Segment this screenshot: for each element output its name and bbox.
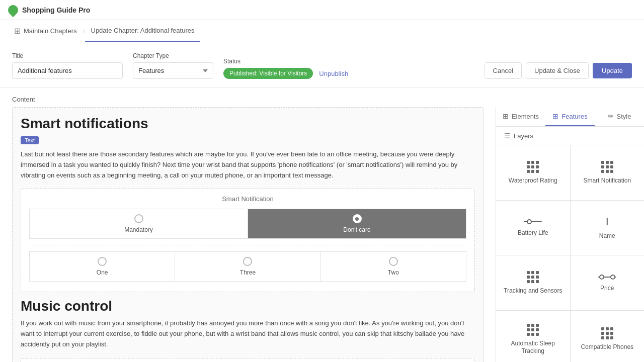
- widget-title-smart: Smart Notification: [29, 195, 466, 203]
- app-logo: [6, 3, 20, 17]
- section-heading-smart: Smart notifications: [21, 116, 475, 132]
- waterproof-icon: [527, 161, 539, 173]
- radio-row-2: One Three Two: [29, 251, 466, 282]
- app-title: Shopping Guide Pro: [22, 6, 90, 14]
- chapter-type-group: Chapter Type Features: [133, 52, 213, 79]
- tab-features[interactable]: ⊞ Features: [545, 107, 595, 126]
- section-body-music: If you work out with music from your sma…: [21, 318, 475, 349]
- tab-style-label: Style: [617, 113, 631, 120]
- smart-notification-label: Smart Notification: [583, 177, 631, 185]
- title-group: Title: [12, 52, 123, 79]
- tracking-icon: [527, 271, 539, 283]
- name-cursor-icon: I: [606, 215, 609, 228]
- radio-circle-one: [98, 257, 107, 266]
- top-bar: Shopping Guide Pro: [0, 0, 644, 20]
- radio-dont-care[interactable]: Don't care: [248, 209, 466, 239]
- sleep-icon: [527, 324, 539, 336]
- sleep-label: Automatic Sleep Tracking: [500, 340, 566, 355]
- form-actions: Cancel Update & Close Update: [485, 62, 632, 79]
- chapter-type-select[interactable]: Features: [133, 62, 213, 79]
- section-heading-music: Music control: [21, 298, 475, 314]
- feature-battery-life[interactable]: Battery Life: [496, 201, 570, 255]
- music-control-widget: Music Control: [21, 358, 475, 362]
- grid-icon: ⊞: [14, 26, 21, 36]
- tab-elements-label: Elements: [512, 113, 539, 120]
- feature-waterproof-rating[interactable]: Waterproof Rating: [496, 145, 570, 200]
- breadcrumb-label: Maintain Chapters: [24, 27, 77, 35]
- radio-two[interactable]: Two: [320, 251, 466, 282]
- style-tab-icon: ✏: [608, 112, 614, 120]
- unpublish-link[interactable]: Unpublish: [319, 70, 348, 77]
- battery-icon: [524, 218, 542, 225]
- elements-tab-icon: ⊞: [503, 112, 509, 120]
- name-label: Name: [599, 232, 615, 240]
- smart-notification-icon: [601, 161, 613, 173]
- text-tag: Text: [21, 136, 39, 144]
- radio-circle-dont-care: [353, 214, 362, 223]
- feature-tracking-sensors[interactable]: Tracking and Sensors: [496, 255, 570, 310]
- feature-sleep-tracking[interactable]: Automatic Sleep Tracking: [496, 311, 570, 362]
- status-label: Status: [223, 58, 348, 65]
- editor-content: Smart notifications Text Last but not le…: [12, 107, 484, 362]
- layers-header: ☰ Layers: [496, 127, 644, 145]
- status-group: Status Published: Visible for Visitors U…: [223, 58, 348, 79]
- price-label: Price: [600, 285, 614, 293]
- feature-grid: Waterproof Rating Smart Notification: [496, 145, 644, 362]
- divider: [29, 245, 466, 245]
- radio-one[interactable]: One: [29, 251, 175, 282]
- content-label: Content: [0, 87, 644, 107]
- radio-circle-two: [389, 257, 398, 266]
- compatible-phones-label: Compatible Phones: [581, 343, 633, 351]
- content-inner: Smart notifications Text Last but not le…: [0, 107, 644, 362]
- feature-price[interactable]: Price: [571, 255, 645, 310]
- breadcrumb-maintain-chapters[interactable]: ⊞ Maintain Chapters: [8, 20, 83, 42]
- content-section: Content Smart notifications Text Last bu…: [0, 87, 644, 362]
- tab-features-label: Features: [561, 113, 587, 120]
- radio-circle-mandatory: [134, 214, 143, 223]
- layers-label: Layers: [514, 132, 533, 140]
- update-close-button[interactable]: Update & Close: [526, 62, 589, 79]
- compatible-phones-icon: [601, 327, 613, 339]
- status-badge: Published: Visible for Visitors: [223, 68, 313, 79]
- tracking-label: Tracking and Sensors: [504, 287, 562, 295]
- breadcrumb-current: Update Chapter: Additional features: [85, 20, 201, 42]
- feature-compatible-phones[interactable]: Compatible Phones: [571, 311, 645, 362]
- radio-row-1: Mandatory Don't care: [29, 209, 466, 239]
- tab-elements[interactable]: ⊞ Elements: [496, 107, 545, 126]
- features-tab-icon: ⊞: [552, 112, 558, 120]
- battery-label: Battery Life: [518, 229, 548, 237]
- breadcrumb-bar: ⊞ Maintain Chapters › Update Chapter: Ad…: [0, 20, 644, 42]
- title-label: Title: [12, 52, 123, 59]
- right-panel-tabs: ⊞ Elements ⊞ Features ✏ Style: [496, 107, 644, 127]
- radio-three[interactable]: Three: [175, 251, 320, 282]
- title-input[interactable]: [12, 62, 123, 79]
- radio-circle-three: [243, 257, 252, 266]
- chapter-type-label: Chapter Type: [133, 52, 213, 59]
- editor-panel[interactable]: Smart notifications Text Last but not le…: [0, 107, 496, 362]
- smart-notification-widget: Smart Notification Mandatory Don't care: [21, 189, 475, 292]
- right-panel: ⊞ Elements ⊞ Features ✏ Style ☰ Layers: [496, 107, 644, 362]
- radio-mandatory[interactable]: Mandatory: [29, 209, 248, 239]
- chapter-form: Title Chapter Type Features Status Publi…: [0, 42, 644, 87]
- tab-style[interactable]: ✏ Style: [595, 107, 644, 126]
- feature-smart-notification[interactable]: Smart Notification: [571, 145, 645, 200]
- feature-name[interactable]: I Name: [571, 201, 645, 255]
- section-body-smart: Last but not least there are those secon…: [21, 149, 475, 180]
- update-button[interactable]: Update: [593, 63, 632, 78]
- price-icon: [598, 274, 616, 281]
- cancel-button[interactable]: Cancel: [485, 62, 522, 79]
- waterproof-label: Waterproof Rating: [509, 177, 557, 185]
- layers-icon: ☰: [504, 132, 511, 140]
